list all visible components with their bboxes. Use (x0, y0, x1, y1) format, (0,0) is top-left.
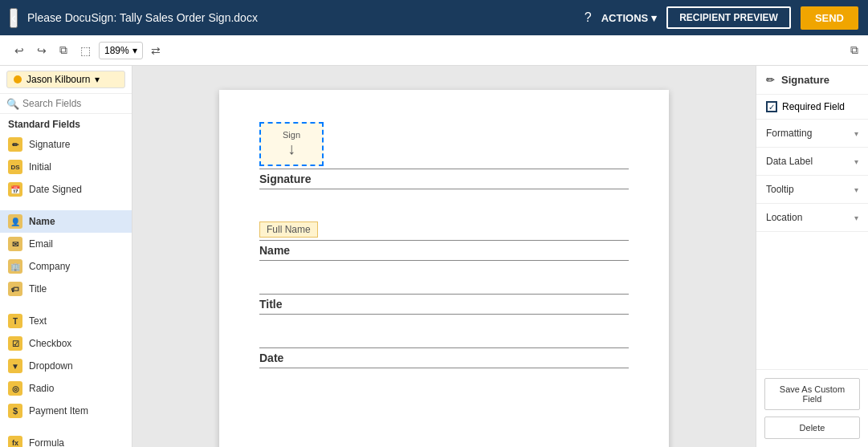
sidebar-item-label: Payment Item (29, 405, 88, 417)
rp-section-location[interactable]: Location ▾ (756, 204, 868, 232)
email-field-icon: ✉ (8, 237, 22, 251)
sidebar-item-label: Name (29, 216, 55, 227)
tooltip-label: Tooltip (766, 184, 794, 195)
sidebar-item-label: Email (29, 238, 53, 250)
text-field-icon: T (8, 314, 22, 328)
rp-section-data-label[interactable]: Data Label ▾ (756, 148, 868, 176)
sidebar-item-date-signed[interactable]: 📅 Date Signed (0, 178, 132, 201)
rp-field-type-header: ✏ Signature (756, 66, 868, 95)
title-block: Title (259, 293, 629, 315)
sidebar-item-name[interactable]: 👤 Name (0, 210, 132, 233)
formula-field-icon: fx (8, 436, 22, 447)
document-title: Please DocuSign: Tally Sales Order Sign.… (27, 11, 575, 24)
sidebar-item-radio[interactable]: ◎ Radio (0, 377, 132, 400)
title-field-label: Title (259, 298, 629, 315)
sidebar-item-payment[interactable]: $ Payment Item (0, 400, 132, 422)
signature-field-icon: ✏ (8, 137, 22, 152)
document-page: Sign ↓ Signature Full Name Name Title D (219, 90, 669, 447)
sidebar-item-label: Radio (29, 383, 54, 394)
sidebar-item-label: Text (29, 315, 47, 327)
name-field-label: Name (259, 244, 629, 261)
actions-menu[interactable]: ACTIONS ▾ (601, 12, 658, 24)
name-underline (259, 239, 629, 241)
sign-text: Sign (271, 130, 312, 140)
title-underline (259, 293, 629, 295)
right-panel: ✏ Signature ✓ Required Field Formatting … (756, 66, 868, 447)
data-label-label: Data Label (766, 156, 813, 167)
swap-view-button[interactable]: ⇄ (146, 41, 165, 60)
sidebar-item-label: Signature (29, 139, 70, 150)
rp-field-type-icon: ✏ (766, 74, 775, 86)
sidebar-item-text[interactable]: T Text (0, 310, 132, 332)
signature-underline (259, 168, 629, 169)
sidebar-item-label: Title (29, 283, 47, 295)
name-field-icon: 👤 (8, 214, 22, 229)
name-block: Full Name Name (259, 221, 629, 261)
save-custom-field-button[interactable]: Save As Custom Field (764, 378, 860, 410)
signature-field-label: Signature (259, 173, 629, 189)
delete-button[interactable]: Delete (764, 417, 860, 439)
main-layout: Jason Kilbourn ▾ 🔍 ✕ Standard Fields ✏ S… (0, 66, 868, 447)
rp-section-formatting[interactable]: Formatting ▾ (756, 120, 868, 148)
back-button[interactable]: ‹ (10, 8, 18, 28)
sidebar-item-formula[interactable]: fx Formula (0, 432, 132, 447)
location-label: Location (766, 212, 802, 223)
recipient-dot (14, 75, 22, 83)
rp-section-tooltip[interactable]: Tooltip ▾ (756, 176, 868, 204)
sidebar-item-label: Formula (29, 437, 64, 447)
date-underline (259, 347, 629, 348)
sidebar-item-email[interactable]: ✉ Email (0, 233, 132, 255)
signature-block: Sign ↓ Signature (259, 122, 629, 189)
clipboard-button[interactable]: ⬚ (75, 41, 96, 60)
tooltip-chevron: ▾ (854, 185, 858, 194)
rp-required-row[interactable]: ✓ Required Field (756, 95, 868, 120)
sidebar: Jason Kilbourn ▾ 🔍 ✕ Standard Fields ✏ S… (0, 66, 132, 447)
sidebar-item-label: Date Signed (29, 184, 82, 195)
recipient-selector[interactable]: Jason Kilbourn ▾ (6, 71, 125, 88)
sidebar-item-initial[interactable]: DS Initial (0, 156, 132, 178)
sidebar-item-signature[interactable]: ✏ Signature (0, 133, 132, 156)
canvas-area: Sign ↓ Signature Full Name Name Title D (132, 66, 756, 447)
date-signed-icon: 📅 (8, 182, 22, 197)
undo-button[interactable]: ↩ (10, 41, 29, 60)
recipient-name: Jason Kilbourn (26, 74, 90, 85)
copy-button[interactable]: ⧉ (55, 40, 72, 60)
sidebar-item-checkbox[interactable]: ☑ Checkbox (0, 332, 132, 355)
redo-button[interactable]: ↪ (32, 41, 51, 60)
top-bar: ‹ Please DocuSign: Tally Sales Order Sig… (0, 0, 868, 35)
help-icon[interactable]: ? (585, 10, 592, 25)
recipient-preview-button[interactable]: RECIPIENT PREVIEW (666, 6, 791, 29)
date-block: Date (259, 347, 629, 368)
pages-icon[interactable]: ⧉ (850, 43, 858, 57)
date-field-label: Date (259, 352, 629, 368)
sidebar-item-company[interactable]: 🏢 Company (0, 255, 132, 278)
title-field-icon: 🏷 (8, 282, 22, 296)
dropdown-field-icon: ▼ (8, 359, 22, 373)
sidebar-item-title[interactable]: 🏷 Title (0, 278, 132, 300)
required-label: Required Field (782, 101, 845, 112)
name-widget[interactable]: Full Name (259, 221, 318, 238)
signature-widget[interactable]: Sign ↓ (259, 122, 324, 166)
search-bar: 🔍 ✕ (0, 94, 132, 114)
sidebar-item-label: Initial (29, 161, 51, 173)
sidebar-item-dropdown[interactable]: ▼ Dropdown (0, 355, 132, 377)
checkbox-field-icon: ☑ (8, 336, 22, 351)
payment-field-icon: $ (8, 404, 22, 418)
location-chevron: ▾ (854, 213, 858, 222)
rp-footer: Save As Custom Field Delete (756, 369, 868, 447)
sidebar-item-label: Checkbox (29, 338, 71, 349)
sidebar-item-label: Company (29, 261, 70, 272)
formatting-chevron: ▾ (854, 129, 858, 138)
zoom-selector[interactable]: 189% ▾ (99, 42, 143, 59)
sidebar-item-label: Dropdown (29, 360, 73, 372)
required-checkbox[interactable]: ✓ (766, 101, 777, 112)
initial-field-icon: DS (8, 160, 22, 174)
toolbar: ↩ ↪ ⧉ ⬚ 189% ▾ ⇄ ⧉ (0, 35, 868, 66)
send-button[interactable]: SEND (801, 6, 858, 30)
search-icon: 🔍 (6, 98, 19, 110)
sidebar-header: Jason Kilbourn ▾ (0, 66, 132, 94)
standard-fields-header: Standard Fields (0, 114, 132, 133)
sign-arrow: ↓ (271, 140, 312, 158)
search-input[interactable] (22, 98, 132, 109)
formatting-label: Formatting (766, 128, 812, 139)
